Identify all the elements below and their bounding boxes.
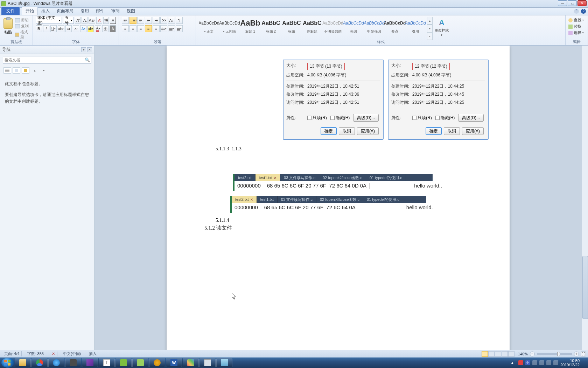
style-item[interactable]: AaBbC标题 — [281, 17, 302, 38]
taskbar-everything[interactable] — [149, 358, 165, 367]
apply-button[interactable]: 应用(A) — [357, 127, 379, 135]
underline-button[interactable]: U▾ — [50, 25, 57, 32]
hex-tab[interactable]: test1.txt ✕ — [255, 174, 281, 181]
nav-view-results[interactable] — [22, 67, 29, 74]
highlight-button[interactable]: ab▾ — [88, 25, 94, 32]
zoom-out-button[interactable]: − — [530, 352, 535, 356]
help-icon[interactable]: ? — [581, 9, 586, 14]
view-draft[interactable] — [508, 351, 514, 357]
grow-font-button[interactable]: A▴ — [75, 17, 81, 24]
styles-gallery[interactable]: AaBbCcDd• 正文AaBbCcDd• 无间隔AaBb标题 1AaBbC标题… — [199, 17, 426, 38]
tray-input-icon[interactable]: 中 — [525, 360, 530, 365]
justify-button[interactable]: ≡ — [145, 25, 152, 32]
tray-sogou-icon[interactable] — [518, 360, 523, 365]
taskbar-photo-viewer[interactable] — [216, 358, 232, 367]
view-outline[interactable] — [502, 351, 508, 357]
zoom-slider[interactable] — [537, 353, 572, 355]
italic-button[interactable]: I — [43, 25, 49, 32]
document-area[interactable]: 大小:13 字节 (13 字节) 占用空间:4.00 KB (4,096 字节)… — [94, 46, 582, 350]
style-item[interactable]: AaBbCcDd强调 — [343, 17, 364, 38]
search-icon[interactable]: 🔍 — [85, 57, 90, 62]
hex-tab[interactable]: 01 typedef的使用.c — [366, 174, 406, 181]
show-marks-button[interactable]: ¶ — [176, 17, 183, 24]
styles-expand[interactable]: ▾ — [427, 32, 433, 40]
zoom-fit-button[interactable]: ⛶ — [581, 352, 586, 356]
scrollbar-thumb[interactable] — [582, 256, 588, 319]
style-item[interactable]: AaBb标题 1 — [240, 17, 260, 38]
nav-view-pages[interactable] — [13, 67, 20, 74]
bold-button[interactable]: B — [36, 25, 42, 32]
tray-clock[interactable]: 10:50 2019/12/22 — [560, 359, 580, 367]
taskbar-explorer[interactable] — [15, 358, 31, 367]
taskbar-qt2[interactable] — [132, 358, 148, 367]
file-tab[interactable]: 文件 — [1, 7, 20, 15]
hex-tab[interactable]: test2.txt ✕ — [232, 196, 257, 203]
cut-button[interactable]: 剪切 — [15, 18, 30, 23]
view-full-screen[interactable] — [488, 351, 495, 357]
asian-layout-button[interactable]: ✕▾ — [160, 17, 167, 24]
minimize-button[interactable]: — — [558, 0, 567, 6]
hidden-checkbox[interactable]: 隐藏(H) — [330, 115, 350, 121]
taskbar-sublime[interactable] — [65, 358, 81, 367]
tab-references[interactable]: 引用 — [77, 7, 92, 15]
numbering-button[interactable]: ⋮≡▾ — [130, 17, 136, 24]
hex-tab[interactable]: 02 fopen和fclose函数.c — [319, 174, 366, 181]
multilevel-list-button[interactable]: ≡▾ — [137, 17, 144, 24]
font-color-button[interactable]: A▾ — [95, 25, 101, 32]
copy-button[interactable]: 复制 — [15, 23, 30, 29]
nav-search-input[interactable] — [5, 58, 85, 62]
taskbar-notepad[interactable]: T — [99, 358, 115, 367]
decrease-indent-button[interactable]: ⇤ — [145, 17, 152, 24]
vertical-scrollbar[interactable] — [582, 46, 588, 350]
enclose-character-button[interactable]: ㊥ — [102, 25, 108, 32]
nav-view-headings[interactable] — [4, 67, 11, 74]
style-item[interactable]: AaBbC副标题 — [302, 17, 322, 38]
hidden-checkbox[interactable]: 隐藏(H) — [435, 115, 455, 121]
taskbar-visual-studio[interactable] — [82, 358, 98, 367]
advanced-button[interactable]: 高级(D)... — [353, 114, 379, 122]
view-print-layout[interactable] — [482, 351, 488, 357]
nav-search-box[interactable]: 🔍 — [3, 56, 91, 64]
cancel-button[interactable]: 取消 — [444, 127, 460, 135]
taskbar-word[interactable]: W — [166, 358, 182, 367]
status-words[interactable]: 字数: 358 — [25, 351, 46, 356]
tray-show-hidden-icon[interactable]: ▴ — [511, 360, 516, 365]
tray-battery-icon[interactable] — [553, 360, 558, 365]
view-web-layout[interactable] — [495, 351, 501, 357]
sort-button[interactable]: A↓ — [168, 17, 175, 24]
subscript-button[interactable]: X₂ — [65, 25, 72, 32]
character-shading-button[interactable]: A — [110, 25, 116, 32]
taskbar-chrome[interactable] — [31, 358, 48, 367]
show-desktop-button[interactable] — [582, 358, 585, 367]
select-button[interactable]: 选择▾ — [568, 30, 585, 35]
change-styles-button[interactable]: A 更改样式 ▾ — [434, 17, 449, 40]
hex-tab[interactable]: 02 fopen和fclose函数.c — [316, 196, 363, 203]
increase-indent-button[interactable]: ⇥ — [153, 17, 160, 24]
hex-tab[interactable]: test1.txt — [257, 196, 278, 203]
status-language[interactable]: 中文(中国) — [61, 351, 83, 356]
superscript-button[interactable]: X² — [73, 25, 79, 32]
shading-button[interactable]: ▦▾ — [168, 25, 175, 32]
close-icon[interactable]: ✕ — [250, 198, 253, 202]
cancel-button[interactable]: 取消 — [339, 127, 355, 135]
character-border-button[interactable]: A — [110, 17, 116, 24]
phonetic-guide-button[interactable]: 拼 — [103, 17, 109, 24]
tray-volume-icon[interactable] — [546, 360, 551, 365]
start-button[interactable] — [1, 358, 14, 368]
tray-security-icon[interactable] — [532, 360, 537, 365]
line-spacing-button[interactable]: ‡≡▾ — [160, 25, 167, 32]
maximize-button[interactable]: ▭ — [568, 0, 577, 6]
style-item[interactable]: AaBbCcDd• 正文 — [199, 17, 219, 38]
style-item[interactable]: AaBbCcDd• 无间隔 — [219, 17, 240, 38]
tray-network-icon[interactable] — [539, 360, 544, 365]
hex-tab[interactable]: test2.txt — [234, 174, 255, 181]
hex-tab[interactable]: 03 文件读写操作.c — [280, 174, 319, 181]
tab-home[interactable]: 开始 — [22, 7, 38, 15]
style-item[interactable]: AaBbCcDd不明显强调 — [323, 17, 343, 38]
ok-button[interactable]: 确定 — [321, 127, 337, 135]
nav-prev[interactable]: ▴ — [31, 67, 38, 74]
style-item[interactable]: AaBbCcDd明显强调 — [364, 17, 384, 38]
apply-button[interactable]: 应用(A) — [462, 127, 484, 135]
font-name-combo[interactable]: 宋体 (中文正)▾ — [36, 17, 62, 24]
nav-close[interactable]: ✕ — [87, 47, 92, 52]
